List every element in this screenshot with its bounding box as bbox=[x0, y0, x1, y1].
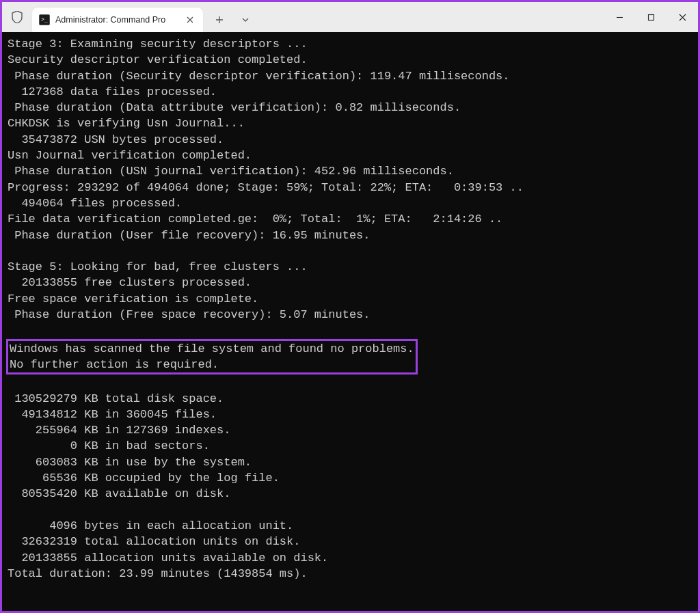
terminal-output[interactable]: Stage 3: Examining security descriptors … bbox=[2, 32, 698, 611]
output-line: 35473872 USN bytes processed. bbox=[8, 133, 224, 146]
tab-dropdown-button[interactable] bbox=[234, 9, 256, 31]
output-line: Phase duration (Data attribute verificat… bbox=[8, 101, 461, 114]
output-line: 603083 KB in use by the system. bbox=[8, 456, 252, 469]
output-line: Total duration: 23.99 minutes (1439854 m… bbox=[8, 567, 308, 580]
output-line: 127368 data files processed. bbox=[8, 85, 217, 98]
output-line: File data verification completed.ge: 0%;… bbox=[8, 213, 502, 226]
output-line: 80535420 KB available on disk. bbox=[8, 487, 230, 500]
titlebar: >_ Administrator: Command Pro bbox=[2, 2, 698, 32]
app-window: >_ Administrator: Command Pro bbox=[0, 0, 700, 613]
tab-title: Administrator: Command Pro bbox=[55, 15, 178, 25]
output-line: 32632319 total allocation units on disk. bbox=[8, 535, 300, 548]
output-line: Usn Journal verification completed. bbox=[8, 149, 252, 162]
output-line: 494064 files processed. bbox=[8, 197, 182, 210]
close-button[interactable] bbox=[667, 2, 698, 32]
output-line: Progress: 293292 of 494064 done; Stage: … bbox=[8, 181, 524, 194]
output-line: 0 KB in bad sectors. bbox=[8, 439, 210, 452]
output-line: 65536 KB occupied by the log file. bbox=[8, 472, 280, 485]
output-line: Stage 3: Examining security descriptors … bbox=[8, 38, 308, 51]
svg-rect-0 bbox=[648, 14, 654, 20]
output-line: Stage 5: Looking for bad, free clusters … bbox=[8, 260, 308, 273]
output-line: CHKDSK is verifying Usn Journal... bbox=[8, 117, 245, 130]
cmd-icon: >_ bbox=[39, 14, 50, 25]
tab-active[interactable]: >_ Administrator: Command Pro bbox=[32, 8, 203, 32]
minimize-button[interactable] bbox=[604, 2, 635, 32]
output-line: 20133855 free clusters processed. bbox=[8, 276, 252, 289]
output-line: Phase duration (USN journal verification… bbox=[8, 165, 454, 178]
tab-actions bbox=[208, 9, 256, 31]
output-line: Security descriptor verification complet… bbox=[8, 53, 308, 66]
output-line: Phase duration (Security descriptor veri… bbox=[8, 70, 510, 83]
output-line: Windows has scanned the file system and … bbox=[10, 342, 414, 355]
window-controls bbox=[604, 2, 698, 32]
output-line: 20133855 allocation units available on d… bbox=[8, 551, 328, 564]
output-line: Phase duration (Free space recovery): 5.… bbox=[8, 308, 371, 321]
result-highlight: Windows has scanned the file system and … bbox=[6, 339, 418, 375]
output-line: Phase duration (User file recovery): 16.… bbox=[8, 229, 371, 242]
output-line: 49134812 KB in 360045 files. bbox=[8, 408, 217, 421]
output-line: 255964 KB in 127369 indexes. bbox=[8, 424, 230, 437]
new-tab-button[interactable] bbox=[208, 9, 230, 31]
output-line: 130529279 KB total disk space. bbox=[8, 392, 224, 405]
shield-icon bbox=[2, 2, 32, 32]
output-line: 4096 bytes in each allocation unit. bbox=[8, 519, 293, 532]
tab-close-button[interactable] bbox=[184, 14, 196, 26]
output-line: Free space verification is complete. bbox=[8, 292, 258, 305]
maximize-button[interactable] bbox=[635, 2, 667, 32]
output-line: No further action is required. bbox=[10, 358, 219, 371]
